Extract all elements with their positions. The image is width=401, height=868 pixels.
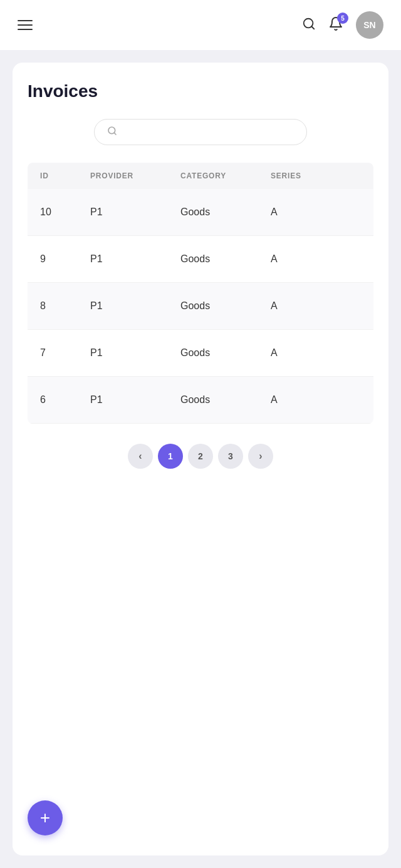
notification-button[interactable]: 5	[328, 16, 343, 34]
pagination-next[interactable]: ›	[248, 444, 273, 469]
table-row[interactable]: 10 P1 Goods A	[28, 189, 373, 236]
pagination-page-2[interactable]: 2	[188, 444, 213, 469]
cell-category: Goods	[180, 300, 271, 312]
col-header-series: SERIES	[271, 171, 361, 180]
svg-line-1	[311, 26, 314, 29]
avatar[interactable]: SN	[356, 11, 383, 39]
cell-provider: P1	[90, 300, 180, 312]
cell-id: 9	[40, 253, 90, 265]
cell-provider: P1	[90, 394, 180, 406]
col-header-id: ID	[40, 171, 90, 180]
cell-series: A	[271, 300, 361, 312]
cell-category: Goods	[180, 253, 271, 265]
search-bar-icon	[107, 126, 117, 138]
col-header-category: CATEGORY	[180, 171, 271, 180]
col-header-provider: PROVIDER	[90, 171, 180, 180]
table-row[interactable]: 9 P1 Goods A	[28, 236, 373, 283]
pagination: ‹ 1 2 3 ›	[28, 444, 373, 469]
svg-line-3	[114, 133, 116, 135]
main-content: Invoices ID PROVIDER CATEGORY SERIES 10 …	[13, 63, 388, 855]
cell-id: 8	[40, 300, 90, 312]
cell-category: Goods	[180, 347, 271, 359]
cell-category: Goods	[180, 394, 271, 406]
table-row[interactable]: 7 P1 Goods A	[28, 330, 373, 377]
search-input[interactable]	[123, 127, 294, 138]
cell-provider: P1	[90, 207, 180, 218]
search-container	[28, 119, 373, 145]
invoices-table: ID PROVIDER CATEGORY SERIES 10 P1 Goods …	[28, 163, 373, 424]
page-title: Invoices	[28, 81, 373, 101]
navbar: 5 SN	[0, 0, 401, 50]
cell-provider: P1	[90, 347, 180, 359]
cell-id: 6	[40, 394, 90, 406]
cell-id: 10	[40, 207, 90, 218]
cell-series: A	[271, 253, 361, 265]
cell-series: A	[271, 207, 361, 218]
table-row[interactable]: 8 P1 Goods A	[28, 283, 373, 330]
notification-badge: 5	[337, 13, 348, 24]
cell-id: 7	[40, 347, 90, 359]
nav-left	[18, 20, 33, 30]
cell-category: Goods	[180, 207, 271, 218]
search-bar	[94, 119, 307, 145]
table-header: ID PROVIDER CATEGORY SERIES	[28, 163, 373, 189]
nav-right: 5 SN	[302, 11, 383, 39]
add-button[interactable]: +	[28, 800, 63, 835]
pagination-prev[interactable]: ‹	[128, 444, 153, 469]
pagination-page-1[interactable]: 1	[158, 444, 183, 469]
table-row[interactable]: 6 P1 Goods A	[28, 377, 373, 424]
menu-button[interactable]	[18, 20, 33, 30]
table-body: 10 P1 Goods A 9 P1 Goods A 8 P1 Goods A …	[28, 189, 373, 424]
pagination-page-3[interactable]: 3	[218, 444, 243, 469]
search-icon[interactable]	[302, 17, 316, 34]
cell-series: A	[271, 347, 361, 359]
cell-provider: P1	[90, 253, 180, 265]
cell-series: A	[271, 394, 361, 406]
